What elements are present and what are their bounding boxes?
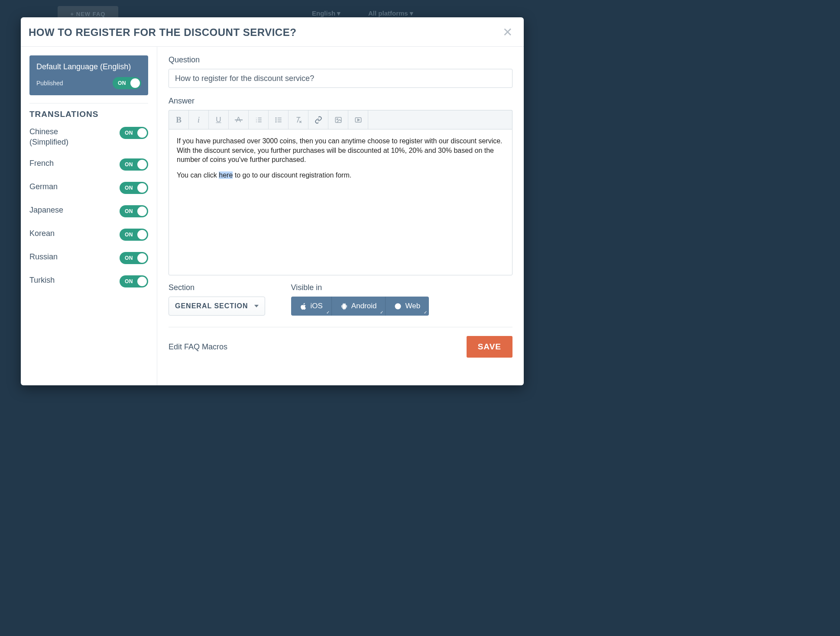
video-button[interactable] (348, 110, 368, 129)
underline-button[interactable]: U (209, 110, 229, 129)
lang-name: Korean (29, 229, 55, 239)
main-panel: Question Answer B i U A (157, 47, 524, 385)
published-status: Published (36, 80, 63, 87)
close-button[interactable]: ✕ (503, 25, 512, 39)
lang-row-french[interactable]: French ON (29, 158, 148, 171)
question-input[interactable] (169, 69, 512, 88)
answer-paragraph-1: If you have purchased over 3000 coins, t… (177, 136, 504, 165)
save-button[interactable]: SAVE (467, 336, 512, 358)
platform-group: iOS ✓ Android ✓ Web ✓ (291, 297, 429, 316)
svg-point-10 (276, 121, 276, 122)
check-icon: ✓ (380, 310, 383, 315)
answer-paragraph-2: You can click here to go to our discount… (177, 171, 504, 180)
clear-format-button[interactable] (289, 110, 308, 129)
lang-row-korean[interactable]: Korean ON (29, 229, 148, 241)
lang-toggle-german[interactable]: ON (120, 182, 148, 194)
editor-toolbar: B i U A (169, 110, 512, 129)
platform-android[interactable]: Android ✓ (332, 297, 386, 316)
svg-point-14 (337, 119, 338, 120)
answer-label: Answer (169, 97, 512, 106)
toggle-knob (130, 78, 140, 88)
lang-toggle-french[interactable]: ON (120, 158, 148, 171)
android-icon (341, 303, 348, 310)
bg-platforms-dropdown: All platforms ▾ (368, 10, 413, 17)
lang-row-german[interactable]: German ON (29, 182, 148, 194)
faq-edit-modal: HOW TO REGISTER FOR THE DISCOUNT SERVICE… (21, 17, 524, 385)
lang-name: German (29, 182, 58, 192)
lang-toggle-korean[interactable]: ON (120, 229, 148, 241)
platform-ios[interactable]: iOS ✓ (291, 297, 332, 316)
ordered-list-button[interactable] (249, 110, 269, 129)
lang-row-turkish[interactable]: Turkish ON (29, 275, 148, 287)
translations-header: TRANSLATIONS (29, 110, 148, 119)
svg-point-9 (276, 119, 276, 120)
modal-title: HOW TO REGISTER FOR THE DISCOUNT SERVICE… (29, 26, 296, 39)
sidebar: Default Language (English) Published ON … (21, 47, 157, 385)
lang-name: Russian (29, 252, 58, 262)
bg-language-dropdown: English ▾ (312, 10, 341, 17)
section-label: Section (169, 283, 265, 292)
answer-editor[interactable]: If you have purchased over 3000 coins, t… (169, 129, 512, 275)
image-button[interactable] (328, 110, 348, 129)
lang-row-chinese[interactable]: Chinese (Simplified) ON (29, 127, 148, 147)
unordered-list-button[interactable] (269, 110, 289, 129)
lang-name: Turkish (29, 275, 55, 285)
visible-in-label: Visible in (291, 283, 429, 292)
check-icon: ✓ (424, 310, 427, 315)
globe-icon (394, 303, 402, 310)
published-toggle[interactable]: ON (113, 77, 141, 89)
lang-toggle-japanese[interactable]: ON (120, 205, 148, 217)
default-language-title: Default Language (English) (36, 61, 141, 72)
lang-row-japanese[interactable]: Japanese ON (29, 205, 148, 217)
lang-name: French (29, 158, 54, 168)
question-label: Question (169, 55, 512, 65)
lang-name: Chinese (Simplified) (29, 127, 97, 147)
lang-toggle-chinese[interactable]: ON (120, 127, 148, 139)
edit-faq-macros-link[interactable]: Edit FAQ Macros (169, 342, 227, 352)
check-icon: ✓ (326, 310, 330, 315)
apple-icon (300, 303, 307, 310)
link-button[interactable] (308, 110, 328, 129)
lang-row-russian[interactable]: Russian ON (29, 252, 148, 264)
italic-button[interactable]: i (189, 110, 209, 129)
lang-name: Japanese (29, 205, 63, 215)
platform-web[interactable]: Web ✓ (386, 297, 429, 316)
lang-toggle-turkish[interactable]: ON (120, 275, 148, 287)
lang-toggle-russian[interactable]: ON (120, 252, 148, 264)
section-select[interactable]: GENERAL SECTION (169, 297, 265, 316)
default-language-card[interactable]: Default Language (English) Published ON (29, 55, 148, 95)
bold-button[interactable]: B (169, 110, 189, 129)
strikethrough-button[interactable]: A (229, 110, 249, 129)
svg-point-8 (276, 117, 276, 118)
selected-text: here (219, 171, 233, 179)
